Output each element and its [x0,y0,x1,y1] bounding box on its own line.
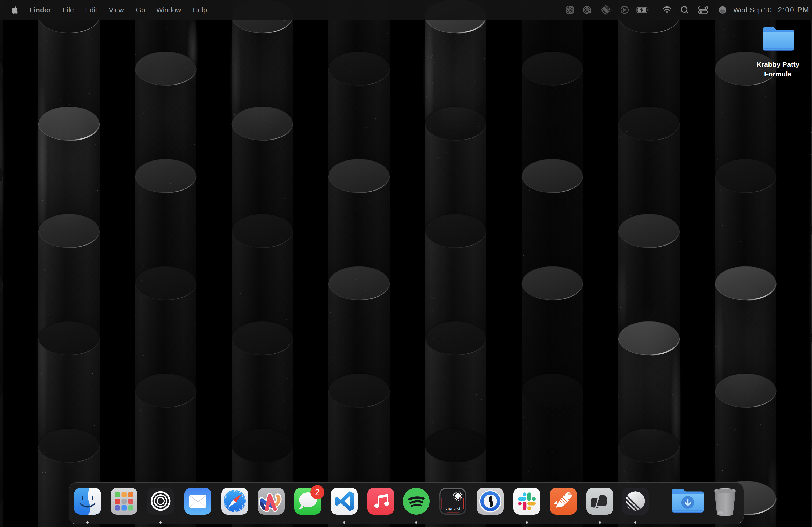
svg-text:raycast: raycast [445,506,461,511]
